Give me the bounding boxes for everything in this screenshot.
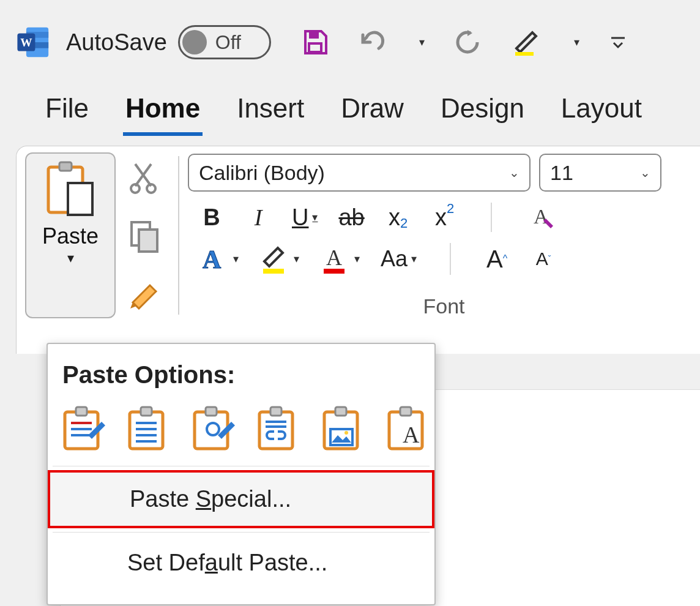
ribbon-tabs: File Home Insert Draw Design Layout — [0, 80, 700, 136]
svg-rect-12 — [68, 183, 92, 215]
chevron-down-icon: ▾ — [67, 250, 74, 266]
svg-rect-36 — [259, 412, 292, 449]
svg-rect-23 — [76, 407, 87, 416]
format-painter-button[interactable] — [129, 278, 161, 310]
set-default-paste-menu-item[interactable]: Set Default Paste... — [48, 536, 434, 589]
chevron-down-icon: ⌄ — [509, 165, 519, 180]
paste-button[interactable]: Paste ▾ — [25, 152, 116, 318]
highlighter-qat-dropdown[interactable]: ▾ — [568, 33, 582, 51]
svg-rect-28 — [141, 407, 152, 416]
clipboard-paste-icon — [43, 159, 97, 220]
undo-button[interactable] — [356, 25, 390, 59]
grow-font-button[interactable]: A^ — [484, 245, 510, 273]
separator — [178, 156, 179, 315]
tab-layout[interactable]: Layout — [559, 89, 644, 136]
quick-access-toolbar: ▾ ▾ — [298, 24, 631, 61]
font-size-combo[interactable]: 11 ⌄ — [539, 154, 661, 192]
svg-rect-19 — [263, 269, 284, 274]
repeat-button[interactable] — [450, 25, 485, 59]
highlighter-qat-button[interactable] — [508, 24, 545, 61]
svg-rect-41 — [335, 407, 346, 416]
bold-button[interactable]: B — [199, 204, 225, 231]
highlight-color-button[interactable]: ▾ — [259, 243, 299, 275]
svg-rect-34 — [206, 407, 217, 416]
shrink-font-button[interactable]: Aˇ — [531, 249, 556, 269]
paste-keep-source-formatting[interactable] — [61, 405, 105, 452]
autosave-state: Off — [215, 31, 241, 54]
svg-text:A: A — [203, 245, 222, 274]
font-name-combo[interactable]: Calibri (Body) ⌄ — [188, 154, 531, 192]
tab-design[interactable]: Design — [438, 89, 527, 136]
autosave-toggle[interactable]: Off — [178, 25, 271, 59]
svg-rect-5 — [309, 31, 319, 39]
paste-options-title: Paste Options: — [48, 356, 434, 400]
font-size-value: 11 — [550, 161, 573, 185]
svg-rect-33 — [195, 412, 228, 449]
menu-separator — [53, 466, 430, 466]
svg-rect-21 — [324, 269, 344, 274]
svg-rect-16 — [139, 230, 157, 252]
undo-dropdown[interactable]: ▾ — [413, 33, 427, 51]
clipboard-mini-column — [121, 152, 169, 318]
save-button[interactable] — [298, 25, 332, 59]
svg-rect-11 — [59, 162, 72, 171]
svg-text:A: A — [326, 245, 342, 270]
subscript-button[interactable]: x2 — [385, 204, 411, 231]
separator — [450, 243, 451, 275]
copy-button[interactable] — [129, 220, 161, 253]
menu-separator — [53, 532, 430, 533]
svg-text:A: A — [534, 205, 549, 228]
text-effects-button[interactable]: A▾ — [199, 244, 239, 274]
paste-picture[interactable] — [321, 405, 365, 452]
toggle-knob — [182, 30, 207, 54]
paste-merge-list[interactable] — [191, 405, 235, 452]
cut-button[interactable] — [129, 162, 161, 195]
clear-formatting-button[interactable]: A — [525, 203, 554, 232]
font-name-value: Calibri (Body) — [199, 161, 325, 185]
paste-label: Paste — [42, 223, 99, 249]
tab-draw[interactable]: Draw — [338, 89, 406, 136]
change-case-button[interactable]: Aa▾ — [381, 246, 417, 272]
strikethrough-button[interactable]: ab — [338, 204, 364, 231]
font-group: Calibri (Body) ⌄ 11 ⌄ B I U▾ ab x2 x2 A — [188, 152, 700, 318]
tab-file[interactable]: File — [43, 89, 91, 136]
title-bar: W AutoSave Off ▾ ▾ — [0, 0, 700, 80]
svg-rect-8 — [515, 52, 534, 56]
svg-text:W: W — [20, 36, 32, 49]
paste-merge-formatting[interactable] — [126, 405, 170, 452]
tab-insert[interactable]: Insert — [234, 89, 307, 136]
italic-button[interactable]: I — [245, 204, 271, 231]
svg-point-43 — [344, 431, 348, 435]
svg-text:A: A — [403, 422, 420, 447]
svg-rect-37 — [270, 407, 281, 416]
tab-home[interactable]: Home — [123, 89, 203, 136]
paste-link[interactable] — [256, 405, 300, 452]
underline-button[interactable]: U▾ — [292, 204, 318, 231]
paste-special-menu-item[interactable]: Paste Special... — [48, 470, 434, 528]
font-color-button[interactable]: A▾ — [320, 243, 360, 275]
word-app-icon: W — [16, 24, 51, 60]
autosave-label: AutoSave — [66, 29, 167, 56]
paste-options-row: A — [48, 400, 434, 462]
paste-dropdown-menu: Paste Options: A Paste Special... Set De… — [47, 343, 436, 605]
separator — [491, 203, 492, 232]
chevron-down-icon: ⌄ — [640, 165, 650, 180]
ribbon-home: Paste ▾ Calibri (Body) ⌄ 1 — [16, 146, 700, 354]
font-group-label: Font — [188, 294, 700, 318]
svg-rect-45 — [400, 407, 411, 416]
paste-text-only[interactable]: A — [385, 405, 430, 452]
customize-qat-button[interactable] — [605, 29, 631, 55]
svg-rect-6 — [309, 43, 321, 52]
superscript-button[interactable]: x2 — [432, 204, 458, 231]
